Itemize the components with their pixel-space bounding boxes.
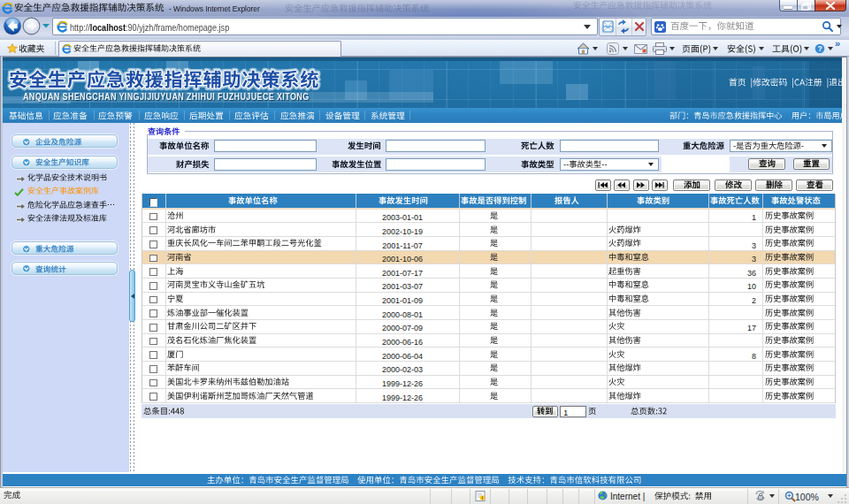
- svg-text:?: ?: [817, 44, 822, 53]
